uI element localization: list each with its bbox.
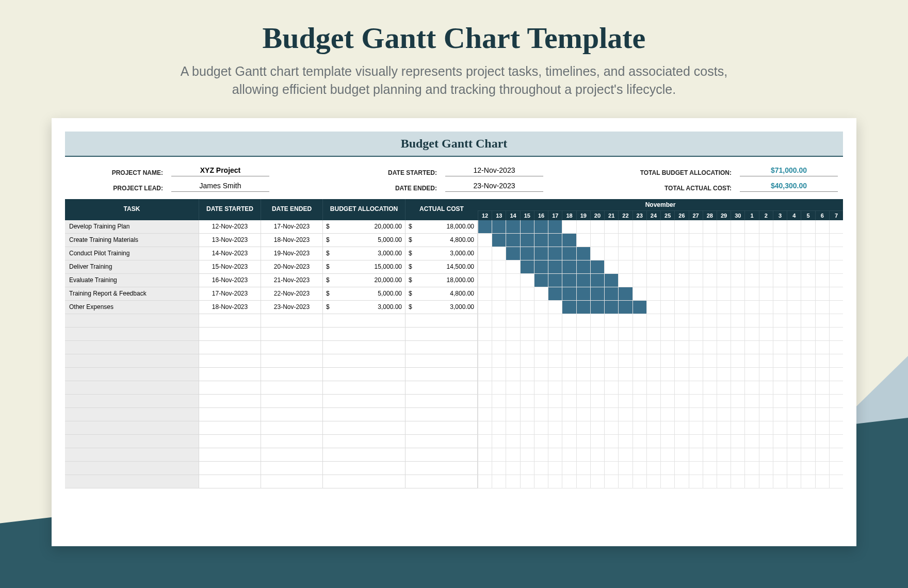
cell[interactable]: Other Expenses [65,301,199,314]
project-name-value[interactable]: XYZ Project [171,166,269,176]
cell[interactable] [323,328,406,341]
cell[interactable] [261,408,323,421]
table-row[interactable] [65,395,843,408]
cell[interactable] [65,435,199,448]
cell[interactable]: 12-Nov-2023 [199,220,261,234]
cell[interactable]: $15,000.00 [323,260,406,274]
date-started-value[interactable]: 12-Nov-2023 [445,166,543,176]
cell[interactable] [65,368,199,381]
cell[interactable] [323,314,406,328]
cell[interactable]: 16-Nov-2023 [199,274,261,287]
cell[interactable] [261,462,323,475]
cell[interactable] [65,421,199,435]
table-row[interactable]: Training Report & Feedback17-Nov-202322-… [65,287,843,301]
cell[interactable]: 22-Nov-2023 [261,287,323,301]
cell[interactable] [65,314,199,328]
cell[interactable] [406,421,478,435]
cell[interactable] [65,341,199,354]
cell[interactable] [406,408,478,421]
table-row[interactable] [65,354,843,368]
cell[interactable]: $14,500.00 [406,260,478,274]
cell[interactable] [261,368,323,381]
cell[interactable] [199,328,261,341]
cell[interactable]: 14-Nov-2023 [199,247,261,260]
cell[interactable] [323,448,406,462]
cell[interactable]: $18,000.00 [406,274,478,287]
cell[interactable] [261,395,323,408]
cell[interactable]: Develop Training Plan [65,220,199,234]
cell[interactable] [261,381,323,395]
cell[interactable]: $20,000.00 [323,220,406,234]
cell[interactable] [406,368,478,381]
cell[interactable]: $4,800.00 [406,287,478,301]
cell[interactable] [323,395,406,408]
cell[interactable]: 17-Nov-2023 [199,287,261,301]
cell[interactable] [323,368,406,381]
table-row[interactable] [65,408,843,421]
cell[interactable]: $3,000.00 [406,301,478,314]
cell[interactable] [199,435,261,448]
cell[interactable] [406,448,478,462]
cell[interactable] [323,462,406,475]
cell[interactable] [199,408,261,421]
table-row[interactable] [65,462,843,475]
cell[interactable] [406,328,478,341]
table-row[interactable]: Deliver Training15-Nov-202320-Nov-2023$1… [65,260,843,274]
cell[interactable] [323,354,406,368]
cell[interactable]: Training Report & Feedback [65,287,199,301]
table-row[interactable] [65,328,843,341]
cell[interactable]: $20,000.00 [323,274,406,287]
cell[interactable] [261,448,323,462]
cell[interactable]: $3,000.00 [406,247,478,260]
cell[interactable] [199,368,261,381]
cell[interactable]: 18-Nov-2023 [199,301,261,314]
cell[interactable] [261,475,323,488]
cell[interactable]: 21-Nov-2023 [261,274,323,287]
date-ended-value[interactable]: 23-Nov-2023 [445,182,543,192]
cell[interactable] [406,354,478,368]
cell[interactable] [199,314,261,328]
table-row[interactable] [65,314,843,328]
cell[interactable] [65,381,199,395]
cell[interactable] [199,341,261,354]
table-row[interactable] [65,475,843,488]
table-row[interactable]: Evaluate Training16-Nov-202321-Nov-2023$… [65,274,843,287]
cell[interactable]: Conduct Pilot Training [65,247,199,260]
cell[interactable] [261,421,323,435]
table-row[interactable] [65,368,843,381]
cell[interactable] [323,341,406,354]
cell[interactable]: $3,000.00 [323,301,406,314]
cell[interactable] [199,395,261,408]
table-row[interactable] [65,341,843,354]
cell[interactable] [323,421,406,435]
project-lead-value[interactable]: James Smith [171,182,269,192]
table-row[interactable] [65,448,843,462]
cell[interactable] [323,475,406,488]
cell[interactable]: 13-Nov-2023 [199,234,261,247]
table-row[interactable]: Develop Training Plan12-Nov-202317-Nov-2… [65,220,843,234]
cell[interactable] [406,341,478,354]
cell[interactable]: Evaluate Training [65,274,199,287]
cell[interactable] [65,462,199,475]
table-row[interactable]: Conduct Pilot Training14-Nov-202319-Nov-… [65,247,843,260]
cell[interactable] [65,328,199,341]
cell[interactable] [199,381,261,395]
cell[interactable] [199,462,261,475]
cell[interactable] [406,381,478,395]
cell[interactable] [406,462,478,475]
cell[interactable] [323,381,406,395]
cell[interactable] [406,395,478,408]
table-row[interactable]: Other Expenses18-Nov-202323-Nov-2023$3,0… [65,301,843,314]
cell[interactable]: 17-Nov-2023 [261,220,323,234]
cell[interactable]: $3,000.00 [323,247,406,260]
cell[interactable] [323,435,406,448]
cell[interactable] [65,408,199,421]
cell[interactable] [261,328,323,341]
cell[interactable] [199,354,261,368]
cell[interactable]: 23-Nov-2023 [261,301,323,314]
cell[interactable] [406,314,478,328]
cell[interactable]: Deliver Training [65,260,199,274]
cell[interactable]: 20-Nov-2023 [261,260,323,274]
table-row[interactable]: Create Training Materials13-Nov-202318-N… [65,234,843,247]
cell[interactable] [199,475,261,488]
